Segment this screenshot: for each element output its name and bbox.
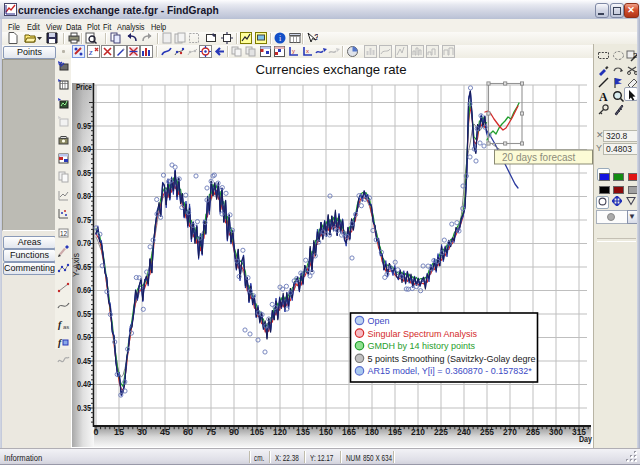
svg-text:30: 30 [137, 427, 147, 437]
svg-text:195: 195 [388, 427, 402, 437]
svg-text:270: 270 [503, 427, 517, 437]
svg-text:285: 285 [526, 427, 540, 437]
svg-text:0.70: 0.70 [77, 238, 91, 248]
svg-text:135: 135 [296, 427, 310, 437]
svg-text:0.45: 0.45 [77, 356, 91, 366]
svg-text:0.85: 0.85 [77, 168, 91, 178]
svg-text:255: 255 [480, 427, 494, 437]
svg-text:150: 150 [319, 427, 333, 437]
svg-text:Currencies exchange rate: Currencies exchange rate [255, 62, 406, 77]
svg-text:5 points Smoothing (Savitzky-G: 5 points Smoothing (Savitzky-Golay degre [368, 354, 536, 364]
svg-text:165: 165 [342, 427, 356, 437]
svg-text:Y-Axis: Y-Axis [71, 253, 81, 277]
svg-text:Price: Price [76, 82, 92, 92]
svg-text:AR15 model, Y[i] = 0.360870 -: AR15 model, Y[i] = 0.360870 - 0.157832* [368, 366, 533, 376]
svg-text:225: 225 [434, 427, 448, 437]
svg-text:210: 210 [411, 427, 425, 437]
svg-text:0.80: 0.80 [77, 191, 91, 201]
svg-text:0.90: 0.90 [77, 144, 91, 154]
svg-text:180: 180 [365, 427, 379, 437]
svg-text:0: 0 [94, 427, 99, 437]
svg-text:0.40: 0.40 [77, 379, 91, 389]
svg-text:Singular Spectrum Analysis: Singular Spectrum Analysis [368, 329, 478, 339]
svg-text:0.60: 0.60 [77, 285, 91, 295]
svg-text:300: 300 [549, 427, 563, 437]
svg-text:Day: Day [579, 434, 592, 444]
svg-text:90: 90 [229, 427, 239, 437]
svg-text:120: 120 [273, 427, 287, 437]
svg-text:0.50: 0.50 [77, 332, 91, 342]
svg-text:Open: Open [368, 316, 390, 326]
svg-text:20 days forecast: 20 days forecast [502, 152, 576, 163]
svg-text:0.35: 0.35 [77, 403, 91, 413]
svg-text:240: 240 [457, 427, 471, 437]
svg-text:GMDH by 14 history points: GMDH by 14 history points [368, 341, 476, 351]
svg-text:15: 15 [114, 427, 124, 437]
svg-text:60: 60 [183, 427, 193, 437]
svg-text:A: A [599, 90, 608, 103]
svg-text:75: 75 [206, 427, 216, 437]
svg-text:105: 105 [250, 427, 264, 437]
svg-text:0.55: 0.55 [77, 309, 91, 319]
svg-text:0.75: 0.75 [77, 215, 91, 225]
svg-text:0.95: 0.95 [77, 121, 91, 131]
svg-text:45: 45 [160, 427, 170, 437]
